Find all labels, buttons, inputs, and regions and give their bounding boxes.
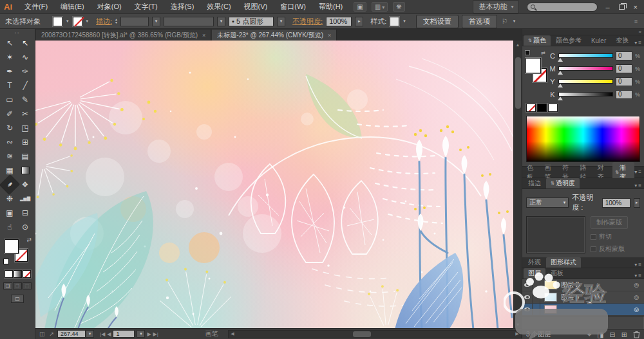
- brush-definition-dropdown[interactable]: ▾: [277, 17, 285, 26]
- panel-menu-icon[interactable]: ▾≡: [634, 169, 644, 175]
- gradient-tool[interactable]: [17, 163, 33, 178]
- menu-help[interactable]: 帮助(H): [313, 1, 348, 13]
- target-icon[interactable]: ◎: [634, 294, 639, 300]
- arrange-documents-icon[interactable]: ▥▾: [372, 2, 388, 12]
- layer-row-3[interactable]: 图层 3 ◎: [522, 291, 644, 304]
- screen-mode-button[interactable]: ▢: [11, 295, 24, 303]
- magic-wand-tool[interactable]: ✶: [2, 50, 17, 64]
- paintbrush-pen-tool[interactable]: ✑: [17, 64, 33, 78]
- layer-name[interactable]: 图层 3: [561, 293, 634, 302]
- blob-brush-tool[interactable]: ✐: [2, 107, 17, 121]
- chevron-down-icon[interactable]: ▾: [217, 17, 225, 26]
- slider-handle[interactable]: [558, 58, 563, 62]
- layer-row-selected[interactable]: ◎: [522, 304, 644, 316]
- draw-inside-button[interactable]: ⬚: [23, 282, 32, 289]
- tab-transparency[interactable]: ⇅透明度: [546, 178, 580, 188]
- zoom-level-dropdown[interactable]: ▾: [86, 330, 94, 338]
- chevron-down-icon[interactable]: ▾: [66, 19, 70, 24]
- menu-edit[interactable]: 编辑(E): [55, 1, 90, 13]
- style-swatch[interactable]: [390, 17, 399, 26]
- next-artboard-icon[interactable]: ▶: [147, 331, 151, 337]
- scroll-up-icon[interactable]: ▲: [516, 41, 520, 48]
- horizontal-scroll-thumb[interactable]: [353, 331, 371, 337]
- free-transform-tool[interactable]: ⊞: [17, 135, 33, 149]
- align-glyphs-icon[interactable]: ⚐: [500, 17, 509, 26]
- stroke-link[interactable]: 描边:: [96, 17, 112, 26]
- new-sublayer-icon[interactable]: ⊟: [610, 331, 616, 339]
- status-misc-icon[interactable]: ◫: [38, 331, 46, 337]
- none-swatch[interactable]: [526, 104, 536, 112]
- opacity-field[interactable]: 100%: [326, 17, 352, 26]
- document-tab-1[interactable]: 200873O172458860 [转换].ai* @ 386.65% (RGB…: [36, 30, 211, 41]
- chevron-down-icon[interactable]: ▾: [513, 19, 516, 24]
- panel-menu-icon[interactable]: ▾≡: [634, 40, 644, 46]
- draw-behind-button[interactable]: ❐: [13, 282, 22, 289]
- shape-builder-tool[interactable]: ≋: [2, 149, 17, 163]
- new-layer-icon[interactable]: ⊞: [621, 331, 627, 339]
- perspective-grid-tool[interactable]: ▤: [17, 149, 33, 163]
- variable-width-dropdown[interactable]: [164, 17, 214, 26]
- layer-thumbnail[interactable]: [544, 305, 557, 314]
- menu-object[interactable]: 对象(O): [91, 1, 128, 13]
- lasso-tool[interactable]: ∿: [17, 50, 33, 64]
- tab-stroke[interactable]: 描边: [524, 178, 545, 188]
- tab-transform[interactable]: 变换: [611, 35, 633, 46]
- close-icon[interactable]: ×: [202, 32, 205, 39]
- line-segment-tool[interactable]: ╱: [17, 78, 33, 93]
- layer-thumbnail[interactable]: [544, 293, 557, 302]
- black-value-field[interactable]: 0: [616, 90, 632, 99]
- swap-fill-stroke-icon[interactable]: ⇄: [541, 50, 545, 56]
- fill-swatch[interactable]: [526, 58, 541, 73]
- target-icon[interactable]: ◎: [634, 306, 639, 313]
- scroll-left-icon[interactable]: ◀: [229, 331, 236, 336]
- tab-appearance[interactable]: 外观: [524, 257, 545, 268]
- stroke-weight-stepper[interactable]: ▴▾: [115, 18, 117, 24]
- tab-kuler[interactable]: Kuler: [587, 35, 611, 46]
- zoom-level-field[interactable]: 267.44: [57, 330, 86, 338]
- locate-object-icon[interactable]: ⌖: [587, 331, 591, 339]
- gradient-button[interactable]: [14, 270, 22, 278]
- brush-tool[interactable]: ✎: [17, 93, 33, 107]
- last-artboard-icon[interactable]: ▶|: [153, 331, 158, 337]
- hand-tool[interactable]: ☝: [2, 220, 17, 234]
- column-graph-tool[interactable]: ▂▅▇: [17, 192, 33, 206]
- rectangle-tool[interactable]: ▭: [2, 93, 17, 107]
- slider-handle[interactable]: [558, 71, 563, 75]
- slider-handle[interactable]: [558, 96, 563, 100]
- blend-mode-dropdown[interactable]: 正常▾: [526, 197, 569, 208]
- layer-row-2[interactable]: 图层 2 ◎: [522, 279, 644, 291]
- horizontal-scrollbar[interactable]: ◀ ▶: [228, 330, 522, 338]
- visibility-toggle[interactable]: [522, 291, 533, 303]
- panel-menu-icon[interactable]: ▾≡: [634, 183, 644, 188]
- zoom-tool[interactable]: ⊙: [17, 220, 33, 234]
- minimize-button[interactable]: –: [605, 3, 609, 11]
- rotate-tool[interactable]: ↻: [2, 121, 17, 135]
- close-icon[interactable]: ×: [328, 32, 331, 39]
- launch-icon[interactable]: ↗: [48, 331, 56, 337]
- workspace-switcher[interactable]: 基本功能▾: [473, 0, 519, 14]
- yellow-value-field[interactable]: 0: [616, 77, 632, 86]
- invert-mask-checkbox[interactable]: 反相蒙版: [591, 244, 628, 253]
- vertical-scroll-thumb[interactable]: [515, 57, 521, 109]
- restore-button[interactable]: [619, 5, 625, 10]
- transparency-opacity-field[interactable]: 100%: [602, 198, 630, 208]
- chevron-down-icon[interactable]: ▾: [402, 19, 406, 24]
- close-button[interactable]: ×: [634, 3, 638, 11]
- menu-type[interactable]: 文字(T): [129, 1, 164, 13]
- collapse-control-bar-icon[interactable]: ≡: [633, 18, 639, 24]
- stroke-weight-field[interactable]: [120, 17, 149, 26]
- layer-thumbnail[interactable]: [544, 280, 557, 289]
- magenta-slider[interactable]: [558, 66, 613, 71]
- stroke-color-swatch[interactable]: [73, 17, 82, 26]
- slider-handle[interactable]: [558, 84, 563, 87]
- cyan-value-field[interactable]: 0: [616, 51, 632, 60]
- clipping-mask-icon[interactable]: ◨: [597, 331, 603, 339]
- scissors-tool[interactable]: ✂: [17, 107, 33, 121]
- color-button[interactable]: [5, 270, 13, 278]
- cyan-slider[interactable]: [558, 53, 613, 58]
- none-button[interactable]: [23, 270, 31, 278]
- first-artboard-icon[interactable]: |◀: [100, 331, 105, 337]
- width-tool[interactable]: ∾: [2, 135, 17, 149]
- swap-fill-stroke-icon[interactable]: ⇄: [26, 237, 32, 243]
- menu-select[interactable]: 选择(S): [165, 1, 200, 13]
